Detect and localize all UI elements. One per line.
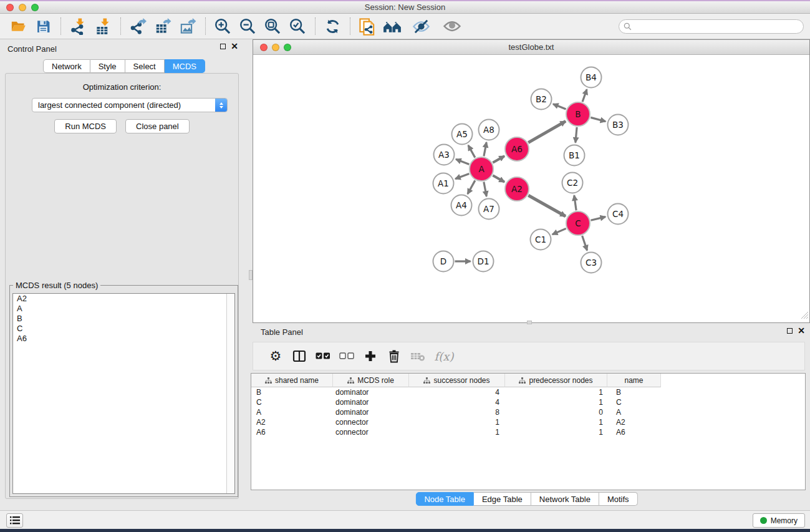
delete-table-icon[interactable] bbox=[406, 346, 430, 367]
column-header-predecessor-nodes[interactable]: predecessor nodes bbox=[505, 374, 607, 387]
tab-edge-table[interactable]: Edge Table bbox=[474, 492, 531, 506]
graph-edge[interactable] bbox=[456, 159, 469, 164]
mcds-result-item[interactable]: C bbox=[13, 324, 234, 334]
criterion-dropdown-value: largest connected component (directed) bbox=[32, 100, 215, 110]
graph-edge[interactable] bbox=[484, 182, 486, 196]
graph-edge[interactable] bbox=[574, 195, 576, 210]
table-settings-gear-icon[interactable]: ⚙ bbox=[264, 346, 287, 367]
tab-motifs[interactable]: Motifs bbox=[599, 492, 638, 506]
table-row[interactable]: Bdominator41B bbox=[251, 387, 805, 397]
mcds-result-item[interactable]: A bbox=[13, 304, 234, 314]
zoom-in-icon[interactable] bbox=[212, 16, 233, 36]
column-header-mcds-role[interactable]: MCDS role bbox=[333, 374, 409, 387]
show-column-icon[interactable] bbox=[287, 346, 311, 367]
column-header-shared-name[interactable]: shared name bbox=[251, 374, 333, 387]
control-panel-title: Control Panel bbox=[7, 44, 57, 54]
graph-edge[interactable] bbox=[468, 180, 475, 194]
zoom-network-window-button[interactable] bbox=[284, 44, 291, 51]
run-mcds-button[interactable]: Run MCDS bbox=[54, 119, 117, 133]
function-builder-icon[interactable]: f(x) bbox=[432, 346, 456, 367]
graph-node-label: A8 bbox=[483, 125, 494, 135]
tab-network-table[interactable]: Network Table bbox=[531, 492, 599, 506]
import-table-icon[interactable] bbox=[92, 16, 113, 36]
deselect-all-columns-icon[interactable] bbox=[335, 346, 359, 367]
table-cell: 4 bbox=[409, 398, 505, 407]
network-from-selection-icon[interactable] bbox=[357, 16, 378, 36]
mcds-result-groupbox: MCDS result (5 nodes) A2ABCA6 bbox=[9, 285, 238, 497]
export-image-icon[interactable] bbox=[177, 16, 198, 36]
graph-edge[interactable] bbox=[528, 121, 566, 142]
task-history-button[interactable] bbox=[6, 513, 23, 528]
zoom-selected-icon[interactable] bbox=[287, 16, 308, 36]
mcds-result-item[interactable]: A2 bbox=[13, 294, 234, 304]
close-panel-icon[interactable]: ✕ bbox=[231, 43, 238, 49]
table-row[interactable]: Adominator80A bbox=[251, 407, 805, 417]
table-row[interactable]: A2connector11A2 bbox=[251, 417, 805, 427]
graph-edge[interactable] bbox=[553, 104, 566, 109]
delete-column-icon[interactable] bbox=[382, 346, 406, 367]
float-table-panel-icon[interactable] bbox=[787, 328, 793, 334]
network-canvas[interactable]: B4B2BB3A5A8A6A3B1AA1C2A2A4A7C4CC1DD1C3 bbox=[253, 56, 809, 322]
graph-edge[interactable] bbox=[468, 145, 475, 158]
tab-network[interactable]: Network bbox=[43, 59, 90, 73]
table-row[interactable]: Cdominator41C bbox=[251, 397, 805, 407]
column-header-name[interactable]: name bbox=[607, 374, 661, 387]
zoom-out-icon[interactable] bbox=[237, 16, 258, 36]
graph-node-label: B4 bbox=[586, 72, 597, 82]
graph-edge[interactable] bbox=[552, 228, 566, 234]
select-all-columns-icon[interactable] bbox=[311, 346, 335, 367]
mcds-result-item[interactable]: A6 bbox=[13, 334, 234, 344]
search-input[interactable] bbox=[635, 21, 803, 32]
graph-edge[interactable] bbox=[528, 195, 566, 216]
network-graph[interactable]: B4B2BB3A5A8A6A3B1AA1C2A2A4A7C4CC1DD1C3 bbox=[253, 56, 809, 323]
graph-edge[interactable] bbox=[591, 117, 605, 121]
toolbar-separator bbox=[350, 17, 350, 35]
column-header-successor-nodes[interactable]: successor nodes bbox=[409, 374, 505, 387]
graph-edge[interactable] bbox=[493, 156, 504, 162]
graph-edge[interactable] bbox=[582, 236, 587, 251]
save-session-icon[interactable] bbox=[32, 16, 54, 36]
close-window-button[interactable] bbox=[6, 4, 14, 11]
add-column-icon[interactable] bbox=[359, 346, 382, 367]
minimize-window-button[interactable] bbox=[19, 4, 26, 11]
graph-edge[interactable] bbox=[591, 217, 605, 221]
tab-style[interactable]: Style bbox=[90, 59, 125, 73]
close-panel-button[interactable]: Close panel bbox=[125, 119, 190, 133]
network-window-titlebar[interactable]: testGlobe.txt bbox=[253, 40, 809, 55]
export-table-icon[interactable] bbox=[152, 16, 173, 36]
table-browser-tabs: Node Table Edge Table Network Table Moti… bbox=[415, 492, 637, 506]
search-field[interactable] bbox=[619, 19, 804, 34]
list-scrollbar[interactable] bbox=[226, 294, 234, 493]
close-network-window-button[interactable] bbox=[260, 44, 268, 51]
tab-select[interactable]: Select bbox=[125, 59, 165, 73]
table-cell: 1 bbox=[505, 398, 607, 407]
tab-mcds[interactable]: MCDS bbox=[165, 59, 205, 73]
welcome-screen-icon[interactable] bbox=[382, 16, 403, 36]
window-resize-grip[interactable] bbox=[801, 311, 809, 322]
mcds-result-list[interactable]: A2ABCA6 bbox=[12, 293, 235, 494]
show-graphics-details-icon[interactable] bbox=[441, 16, 463, 36]
close-table-panel-icon[interactable]: ✕ bbox=[798, 327, 805, 334]
graph-edge[interactable] bbox=[455, 173, 469, 178]
toolbar-separator bbox=[120, 17, 121, 35]
table-cell: A2 bbox=[251, 418, 333, 427]
open-file-icon[interactable] bbox=[7, 16, 29, 36]
export-network-icon[interactable] bbox=[127, 16, 148, 36]
graph-edge[interactable] bbox=[582, 89, 587, 102]
graph-edge[interactable] bbox=[493, 175, 504, 181]
graph-edge[interactable] bbox=[576, 127, 577, 143]
graph-edge[interactable] bbox=[484, 142, 486, 156]
hide-graphics-details-icon[interactable] bbox=[410, 16, 432, 36]
zoom-window-button[interactable] bbox=[31, 4, 39, 11]
float-panel-icon[interactable] bbox=[220, 44, 226, 49]
node-table[interactable]: shared name MCDS role successor nodes pr… bbox=[251, 373, 806, 490]
tab-node-table[interactable]: Node Table bbox=[415, 492, 474, 506]
criterion-dropdown[interactable]: largest connected component (directed) bbox=[32, 98, 228, 112]
minimize-network-window-button[interactable] bbox=[272, 44, 279, 51]
zoom-fit-icon[interactable] bbox=[262, 16, 283, 36]
refresh-layout-icon[interactable] bbox=[322, 16, 343, 36]
table-row[interactable]: A6connector11A6 bbox=[251, 427, 805, 437]
import-network-icon[interactable] bbox=[67, 16, 89, 36]
mcds-result-item[interactable]: B bbox=[13, 314, 234, 324]
memory-button[interactable]: Memory bbox=[753, 513, 805, 528]
